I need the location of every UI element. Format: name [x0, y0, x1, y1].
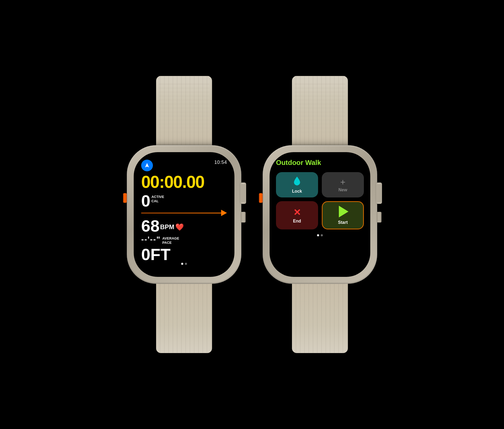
plus-icon: + [340, 177, 346, 187]
watch-case-right: Outdoor Walk Lock + [263, 145, 377, 284]
workout-screen: 10:54 00:00.00 0 ACTIVECAL 68 BPM [134, 152, 234, 273]
workout-time: 10:54 [214, 160, 227, 165]
start-button[interactable]: Start [322, 201, 364, 229]
droplet-icon [292, 176, 302, 188]
action-button-right[interactable] [259, 193, 263, 203]
cal-row: 0 ACTIVECAL [141, 193, 227, 209]
watch-left: 10:54 00:00.00 0 ACTIVECAL 68 BPM [127, 76, 241, 353]
bpm-row: 68 BPM ❤️ [141, 218, 227, 234]
side-button-right[interactable] [377, 212, 381, 222]
pace-row: --'--" AVERAGEPACE [141, 235, 227, 245]
side-button-left[interactable] [241, 212, 246, 222]
band-bottom-right [292, 284, 348, 353]
workout-controls-grid: Lock + New ✕ End [276, 172, 364, 229]
action-button-left[interactable] [123, 193, 127, 203]
outdoor-screen: Outdoor Walk Lock + [270, 152, 370, 241]
crown-right[interactable] [376, 183, 382, 204]
band-top-right [292, 76, 348, 145]
watch-screen-right: Outdoor Walk Lock + [270, 152, 370, 277]
watch-case-left: 10:54 00:00.00 0 ACTIVECAL 68 BPM [127, 145, 241, 284]
dot-1 [181, 263, 183, 265]
x-icon: ✕ [293, 207, 301, 218]
arrow-head [221, 210, 227, 216]
workout-top-row: 10:54 [141, 160, 227, 171]
crown-left[interactable] [240, 183, 246, 204]
page-dots-right [276, 234, 364, 236]
watch-screen-left: 10:54 00:00.00 0 ACTIVECAL 68 BPM [134, 152, 234, 277]
band-bottom-r [292, 284, 348, 353]
band-top-r [292, 76, 348, 145]
distance-display: 0FT [141, 246, 227, 263]
pace-dashes: --'--" [141, 235, 161, 243]
band-top [156, 76, 212, 145]
new-label: New [339, 188, 347, 192]
outdoor-walk-title: Outdoor Walk [276, 159, 364, 167]
end-button[interactable]: ✕ End [276, 201, 318, 229]
heart-icon: ❤️ [175, 223, 184, 231]
bpm-label: BPM [160, 223, 174, 231]
band-bottom [156, 284, 212, 353]
lock-label: Lock [292, 189, 302, 194]
lock-button[interactable]: Lock [276, 172, 318, 197]
start-label: Start [338, 220, 348, 225]
new-button[interactable]: + New [322, 172, 364, 197]
dot-r-1 [317, 234, 319, 236]
navigation-icon [141, 160, 153, 171]
arrow-line [141, 213, 221, 213]
arrow-row [141, 210, 227, 216]
play-icon [337, 206, 348, 218]
band-top-left [156, 76, 212, 145]
dot-2 [185, 263, 187, 265]
bpm-number: 68 [141, 218, 160, 234]
band-bottom-left [156, 284, 212, 353]
cal-label: ACTIVECAL [151, 195, 164, 203]
dot-r-2 [321, 234, 323, 236]
watch-right: Outdoor Walk Lock + [263, 76, 377, 353]
end-label: End [293, 219, 301, 224]
cal-number: 0 [141, 193, 150, 209]
pace-label: AVERAGEPACE [162, 236, 179, 245]
timer-display: 00:00.00 [141, 173, 227, 191]
